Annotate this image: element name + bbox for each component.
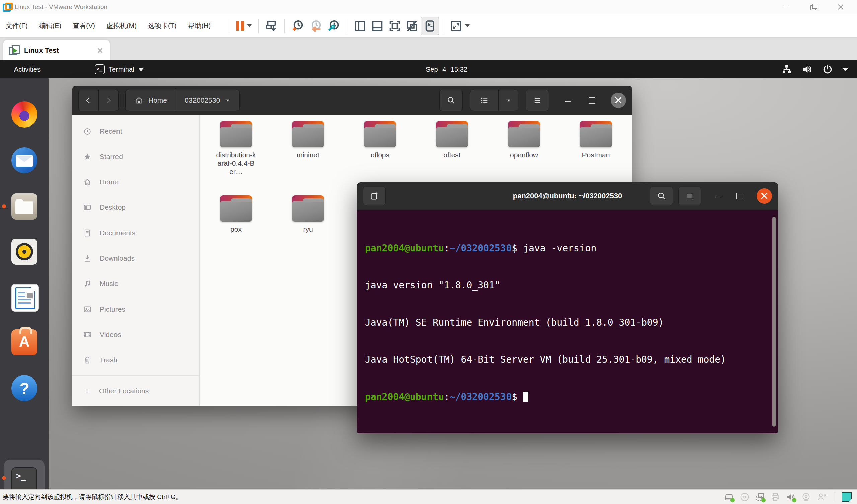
sidebar-item-home[interactable]: Home — [72, 169, 199, 195]
dock-libreoffice-writer[interactable] — [11, 284, 37, 310]
breadcrumb-home[interactable]: Home — [125, 90, 176, 111]
forward-button[interactable] — [99, 90, 118, 111]
dock: ? >_ — [0, 78, 49, 489]
sound-icon[interactable] — [786, 492, 796, 502]
view-options-button[interactable] — [499, 90, 518, 111]
new-tab-icon — [369, 191, 379, 201]
folder-oflops[interactable]: oflops — [345, 121, 415, 159]
revert-snapshot-icon — [309, 20, 322, 32]
folder-pox[interactable]: pox — [201, 196, 271, 233]
close-icon[interactable] — [757, 188, 772, 204]
dock-terminal[interactable]: >_ — [4, 460, 45, 489]
dock-thunderbird[interactable] — [11, 147, 37, 173]
search-button[interactable] — [439, 90, 463, 111]
folder-ryu[interactable]: ryu — [273, 196, 343, 233]
message-log-icon[interactable] — [842, 492, 852, 502]
maximize-icon[interactable] — [737, 193, 743, 200]
terminal-screen[interactable]: pan2004@ubuntu:~/032002530$java -version… — [357, 210, 778, 433]
breadcrumb-current-folder[interactable]: 032002530 — [176, 90, 239, 111]
sidebar-label: Documents — [100, 229, 135, 237]
breadcrumb-home-label: Home — [148, 96, 167, 104]
dock-help[interactable]: ? — [11, 375, 37, 401]
open-console-button[interactable] — [421, 17, 439, 35]
chevron-down-icon[interactable] — [465, 24, 470, 28]
network-adapter-icon[interactable] — [755, 492, 765, 502]
sidebar-item-pictures[interactable]: Pictures — [72, 297, 199, 322]
printer-icon[interactable] — [770, 492, 780, 502]
folder-mininet[interactable]: mininet — [273, 121, 343, 159]
send-ctrl-alt-del-button[interactable] — [263, 17, 280, 35]
dock-files[interactable] — [11, 194, 37, 220]
folder-icon — [292, 121, 324, 147]
tab-linux-test[interactable]: Linux Test — [3, 40, 110, 60]
free-stretch-button[interactable] — [447, 17, 472, 35]
minimize-icon[interactable] — [565, 97, 572, 104]
hard-disk-icon[interactable] — [724, 492, 734, 502]
minimize-icon[interactable] — [715, 193, 722, 200]
show-thumbnail-bar-button[interactable] — [369, 17, 386, 35]
menu-button[interactable] — [525, 90, 549, 111]
system-status-area[interactable] — [782, 64, 857, 75]
terminal-scrollbar[interactable] — [772, 217, 776, 427]
close-icon[interactable] — [837, 3, 844, 11]
focused-app-menu[interactable]: >_ Terminal — [95, 64, 144, 74]
vmware-menubar: 文件(F) 编辑(E) 查看(V) 虚拟机(M) 选项卡(T) 帮助(H) — [0, 14, 857, 38]
menu-view[interactable]: 查看(V) — [67, 18, 101, 34]
pause-button[interactable] — [233, 17, 254, 35]
search-button[interactable] — [650, 187, 673, 205]
hamburger-menu-icon — [533, 96, 542, 105]
sidebar-item-videos[interactable]: Videos — [72, 322, 199, 347]
show-library-button[interactable] — [351, 17, 369, 35]
folder-distribution-karaf[interactable]: distribution-karaf-0.4.4-Ber… — [201, 121, 271, 176]
restore-icon[interactable] — [810, 3, 818, 11]
list-view-button[interactable] — [470, 90, 499, 111]
folder-oftest[interactable]: oftest — [417, 121, 487, 159]
menu-file[interactable]: 文件(F) — [0, 18, 33, 34]
focused-app-label: Terminal — [109, 66, 134, 73]
help-icon: ? — [11, 375, 37, 401]
webcam-icon[interactable] — [801, 492, 811, 502]
terminal-output-line: Java HotSpot(TM) 64-Bit Server VM (build… — [365, 353, 726, 366]
revert-snapshot-button[interactable] — [307, 17, 325, 35]
chevron-down-icon[interactable] — [247, 24, 252, 28]
sidebar-item-starred[interactable]: Starred — [72, 144, 199, 169]
dock-firefox[interactable] — [11, 101, 37, 128]
menu-vm[interactable]: 虚拟机(M) — [101, 18, 142, 34]
clock[interactable]: Sep 4 15:32 — [426, 60, 467, 78]
console-icon — [424, 20, 436, 32]
minimize-icon[interactable] — [783, 3, 791, 11]
dock-rhythmbox[interactable] — [11, 239, 37, 265]
terminal-prompt-line: pan2004@ubuntu:~/032002530$ — [365, 390, 726, 403]
star-icon — [83, 152, 92, 161]
activities-button[interactable]: Activities — [10, 66, 45, 73]
terminal-headerbar: pan2004@ubuntu: ~/032002530 — [357, 182, 778, 210]
sidebar-item-trash[interactable]: Trash — [72, 347, 199, 373]
manage-snapshots-button[interactable] — [325, 17, 343, 35]
vmware-toolbar — [225, 14, 472, 37]
recent-icon — [83, 127, 92, 136]
menu-button[interactable] — [678, 187, 701, 205]
maximize-icon[interactable] — [589, 97, 595, 104]
folder-openflow[interactable]: openflow — [489, 121, 559, 159]
sidebar-item-other-locations[interactable]: Other Locations — [72, 375, 199, 406]
sidebar-item-recent[interactable]: Recent — [72, 118, 199, 144]
close-icon[interactable] — [611, 93, 626, 108]
new-tab-button[interactable] — [363, 187, 386, 205]
unity-mode-button[interactable] — [403, 17, 421, 35]
back-button[interactable] — [79, 90, 99, 111]
sidebar-item-downloads[interactable]: Downloads — [72, 246, 199, 271]
folder-postman[interactable]: Postman — [561, 121, 631, 159]
home-icon — [83, 178, 92, 186]
menu-help[interactable]: 帮助(H) — [182, 18, 216, 34]
sidebar-item-music[interactable]: Music — [72, 271, 199, 297]
sidebar-item-documents[interactable]: Documents — [72, 220, 199, 246]
fullscreen-button[interactable] — [386, 17, 403, 35]
take-snapshot-button[interactable] — [289, 17, 307, 35]
tab-close-icon[interactable] — [97, 47, 104, 54]
menu-edit[interactable]: 编辑(E) — [33, 18, 67, 34]
menu-tabs[interactable]: 选项卡(T) — [142, 18, 182, 34]
cd-rom-icon[interactable] — [739, 492, 750, 502]
remote-user-icon[interactable] — [817, 492, 826, 502]
dock-ubuntu-software[interactable] — [11, 329, 37, 355]
sidebar-item-desktop[interactable]: Desktop — [72, 195, 199, 220]
